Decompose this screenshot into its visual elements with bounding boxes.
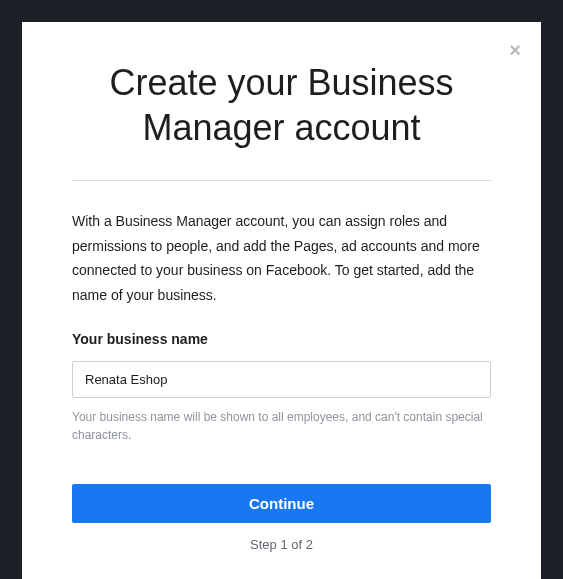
modal-overlay: × Create your Business Manager account W… bbox=[0, 0, 563, 579]
modal-title: Create your Business Manager account bbox=[72, 60, 491, 150]
business-name-helper: Your business name will be shown to all … bbox=[72, 408, 491, 444]
divider bbox=[72, 180, 491, 181]
close-icon: × bbox=[509, 39, 521, 61]
business-name-input[interactable] bbox=[72, 361, 491, 398]
create-business-modal: × Create your Business Manager account W… bbox=[22, 22, 541, 579]
step-indicator: Step 1 of 2 bbox=[72, 537, 491, 552]
business-name-label: Your business name bbox=[72, 331, 491, 347]
modal-description: With a Business Manager account, you can… bbox=[72, 209, 491, 307]
close-button[interactable]: × bbox=[509, 40, 521, 60]
continue-button[interactable]: Continue bbox=[72, 484, 491, 523]
